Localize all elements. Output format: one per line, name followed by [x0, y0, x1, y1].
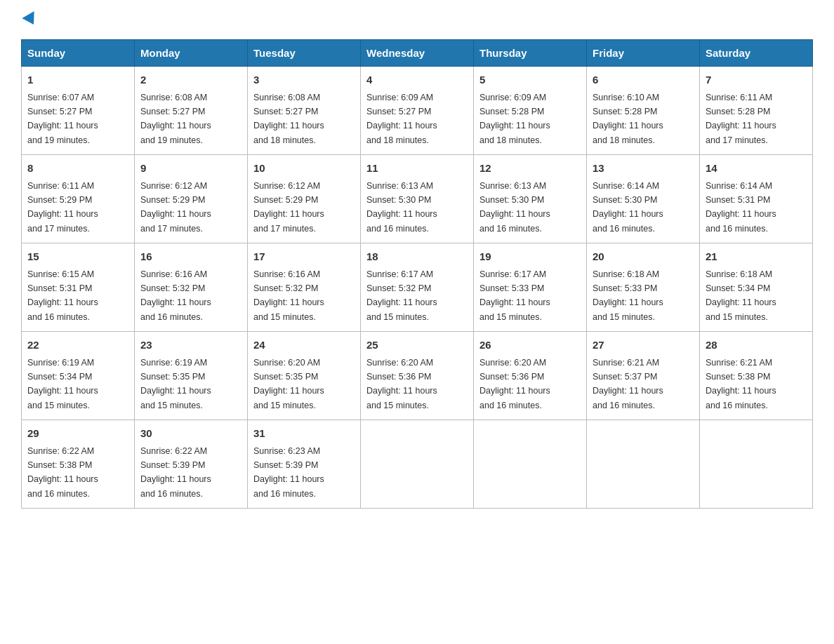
calendar-day-cell: [361, 420, 474, 509]
calendar-week-row: 22 Sunrise: 6:19 AMSunset: 5:34 PMDaylig…: [22, 332, 813, 420]
day-number: 14: [706, 161, 807, 177]
day-info: Sunrise: 6:23 AMSunset: 5:39 PMDaylight:…: [253, 446, 324, 499]
calendar-day-cell: 11 Sunrise: 6:13 AMSunset: 5:30 PMDaylig…: [361, 155, 474, 243]
calendar-day-cell: 17 Sunrise: 6:16 AMSunset: 5:32 PMDaylig…: [248, 243, 361, 332]
day-info: Sunrise: 6:22 AMSunset: 5:39 PMDaylight:…: [140, 446, 211, 499]
calendar-week-row: 29 Sunrise: 6:22 AMSunset: 5:38 PMDaylig…: [22, 420, 813, 509]
day-number: 3: [253, 72, 355, 88]
page-header: [21, 14, 813, 25]
day-info: Sunrise: 6:18 AMSunset: 5:33 PMDaylight:…: [593, 269, 663, 322]
calendar-day-cell: 23 Sunrise: 6:19 AMSunset: 5:35 PMDaylig…: [135, 332, 248, 420]
calendar-day-cell: 30 Sunrise: 6:22 AMSunset: 5:39 PMDaylig…: [135, 420, 248, 509]
day-info: Sunrise: 6:20 AMSunset: 5:35 PMDaylight:…: [253, 358, 324, 410]
logo-triangle-icon: [22, 11, 39, 28]
day-number: 10: [253, 161, 355, 177]
day-info: Sunrise: 6:21 AMSunset: 5:37 PMDaylight:…: [593, 358, 663, 410]
day-number: 24: [253, 337, 355, 354]
calendar-day-cell: 16 Sunrise: 6:16 AMSunset: 5:32 PMDaylig…: [135, 243, 248, 332]
calendar-day-cell: 24 Sunrise: 6:20 AMSunset: 5:35 PMDaylig…: [248, 332, 361, 420]
calendar-table: SundayMondayTuesdayWednesdayThursdayFrid…: [21, 39, 813, 509]
calendar-day-cell: 20 Sunrise: 6:18 AMSunset: 5:33 PMDaylig…: [587, 243, 700, 332]
day-info: Sunrise: 6:07 AMSunset: 5:27 PMDaylight:…: [27, 93, 98, 145]
day-number: 30: [140, 426, 241, 442]
day-number: 26: [479, 337, 581, 354]
day-number: 31: [253, 426, 355, 442]
day-number: 18: [366, 249, 468, 265]
calendar-day-cell: 29 Sunrise: 6:22 AMSunset: 5:38 PMDaylig…: [22, 420, 135, 509]
day-number: 8: [27, 161, 128, 177]
calendar-day-cell: 15 Sunrise: 6:15 AMSunset: 5:31 PMDaylig…: [22, 243, 135, 332]
day-info: Sunrise: 6:14 AMSunset: 5:30 PMDaylight:…: [593, 181, 663, 234]
calendar-day-cell: 8 Sunrise: 6:11 AMSunset: 5:29 PMDayligh…: [22, 155, 135, 243]
calendar-day-cell: [700, 420, 813, 509]
day-info: Sunrise: 6:13 AMSunset: 5:30 PMDaylight:…: [366, 181, 437, 234]
day-info: Sunrise: 6:20 AMSunset: 5:36 PMDaylight:…: [366, 358, 437, 410]
calendar-day-cell: 25 Sunrise: 6:20 AMSunset: 5:36 PMDaylig…: [361, 332, 474, 420]
calendar-day-cell: 28 Sunrise: 6:21 AMSunset: 5:38 PMDaylig…: [700, 332, 813, 420]
day-number: 27: [593, 337, 694, 354]
calendar-day-cell: 21 Sunrise: 6:18 AMSunset: 5:34 PMDaylig…: [700, 243, 813, 332]
day-number: 16: [140, 249, 241, 265]
day-info: Sunrise: 6:15 AMSunset: 5:31 PMDaylight:…: [27, 269, 98, 322]
calendar-day-cell: 6 Sunrise: 6:10 AMSunset: 5:28 PMDayligh…: [587, 67, 700, 155]
calendar-day-cell: 22 Sunrise: 6:19 AMSunset: 5:34 PMDaylig…: [22, 332, 135, 420]
day-number: 12: [479, 161, 581, 177]
day-info: Sunrise: 6:12 AMSunset: 5:29 PMDaylight:…: [253, 181, 324, 234]
logo-blue: [21, 14, 38, 25]
column-header-sunday: Sunday: [22, 40, 135, 67]
day-info: Sunrise: 6:20 AMSunset: 5:36 PMDaylight:…: [479, 358, 550, 410]
day-info: Sunrise: 6:16 AMSunset: 5:32 PMDaylight:…: [140, 269, 211, 322]
calendar-header-row: SundayMondayTuesdayWednesdayThursdayFrid…: [22, 40, 813, 67]
calendar-day-cell: 9 Sunrise: 6:12 AMSunset: 5:29 PMDayligh…: [135, 155, 248, 243]
calendar-day-cell: [587, 420, 700, 509]
column-header-wednesday: Wednesday: [361, 40, 474, 67]
day-info: Sunrise: 6:11 AMSunset: 5:28 PMDaylight:…: [706, 93, 776, 145]
day-number: 13: [593, 161, 694, 177]
day-info: Sunrise: 6:19 AMSunset: 5:35 PMDaylight:…: [140, 358, 211, 410]
day-info: Sunrise: 6:10 AMSunset: 5:28 PMDaylight:…: [593, 93, 663, 145]
day-info: Sunrise: 6:08 AMSunset: 5:27 PMDaylight:…: [253, 93, 324, 145]
day-number: 2: [140, 72, 241, 88]
day-info: Sunrise: 6:13 AMSunset: 5:30 PMDaylight:…: [479, 181, 550, 234]
calendar-day-cell: 3 Sunrise: 6:08 AMSunset: 5:27 PMDayligh…: [248, 67, 361, 155]
day-number: 25: [366, 337, 468, 354]
calendar-week-row: 1 Sunrise: 6:07 AMSunset: 5:27 PMDayligh…: [22, 67, 813, 155]
day-number: 1: [27, 72, 128, 88]
calendar-day-cell: 14 Sunrise: 6:14 AMSunset: 5:31 PMDaylig…: [700, 155, 813, 243]
calendar-day-cell: 1 Sunrise: 6:07 AMSunset: 5:27 PMDayligh…: [22, 67, 135, 155]
calendar-week-row: 8 Sunrise: 6:11 AMSunset: 5:29 PMDayligh…: [22, 155, 813, 243]
calendar-day-cell: 2 Sunrise: 6:08 AMSunset: 5:27 PMDayligh…: [135, 67, 248, 155]
day-info: Sunrise: 6:18 AMSunset: 5:34 PMDaylight:…: [706, 269, 776, 322]
day-number: 17: [253, 249, 355, 265]
day-info: Sunrise: 6:19 AMSunset: 5:34 PMDaylight:…: [27, 358, 98, 410]
day-info: Sunrise: 6:22 AMSunset: 5:38 PMDaylight:…: [27, 446, 98, 499]
day-info: Sunrise: 6:09 AMSunset: 5:27 PMDaylight:…: [366, 93, 437, 145]
day-number: 6: [593, 72, 694, 88]
calendar-body: 1 Sunrise: 6:07 AMSunset: 5:27 PMDayligh…: [22, 67, 813, 509]
calendar-day-cell: 26 Sunrise: 6:20 AMSunset: 5:36 PMDaylig…: [474, 332, 587, 420]
day-number: 11: [366, 161, 468, 177]
day-info: Sunrise: 6:16 AMSunset: 5:32 PMDaylight:…: [253, 269, 324, 322]
day-number: 29: [27, 426, 128, 442]
day-number: 19: [479, 249, 581, 265]
column-header-thursday: Thursday: [474, 40, 587, 67]
calendar-day-cell: 13 Sunrise: 6:14 AMSunset: 5:30 PMDaylig…: [587, 155, 700, 243]
day-number: 23: [140, 337, 241, 354]
day-info: Sunrise: 6:09 AMSunset: 5:28 PMDaylight:…: [479, 93, 550, 145]
day-info: Sunrise: 6:11 AMSunset: 5:29 PMDaylight:…: [27, 181, 98, 234]
day-info: Sunrise: 6:08 AMSunset: 5:27 PMDaylight:…: [140, 93, 211, 145]
column-header-saturday: Saturday: [700, 40, 813, 67]
calendar-day-cell: 31 Sunrise: 6:23 AMSunset: 5:39 PMDaylig…: [248, 420, 361, 509]
day-number: 22: [27, 337, 128, 354]
day-number: 21: [706, 249, 807, 265]
calendar-day-cell: 4 Sunrise: 6:09 AMSunset: 5:27 PMDayligh…: [361, 67, 474, 155]
day-info: Sunrise: 6:12 AMSunset: 5:29 PMDaylight:…: [140, 181, 211, 234]
calendar-day-cell: 12 Sunrise: 6:13 AMSunset: 5:30 PMDaylig…: [474, 155, 587, 243]
column-header-monday: Monday: [135, 40, 248, 67]
column-header-friday: Friday: [587, 40, 700, 67]
calendar-week-row: 15 Sunrise: 6:15 AMSunset: 5:31 PMDaylig…: [22, 243, 813, 332]
day-info: Sunrise: 6:17 AMSunset: 5:33 PMDaylight:…: [479, 269, 550, 322]
logo: [21, 14, 38, 25]
calendar-day-cell: 19 Sunrise: 6:17 AMSunset: 5:33 PMDaylig…: [474, 243, 587, 332]
day-number: 5: [479, 72, 581, 88]
